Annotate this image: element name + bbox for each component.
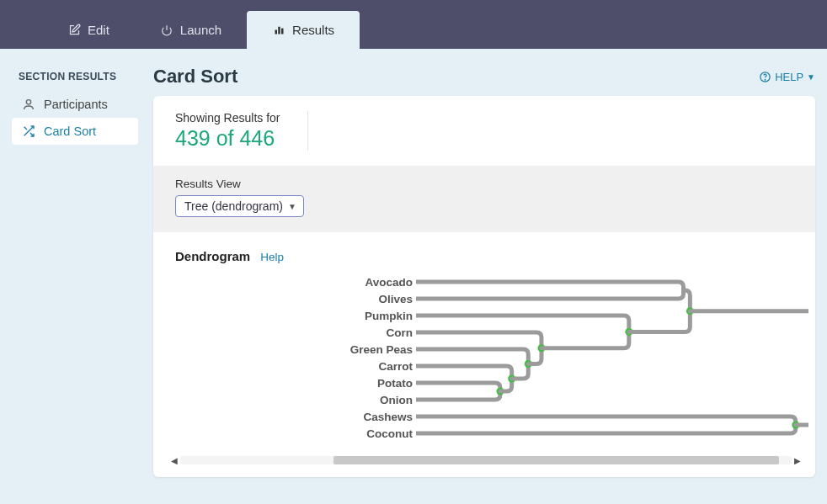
person-icon xyxy=(22,98,35,111)
tab-results[interactable]: Results xyxy=(247,11,360,49)
sidebar-header: SECTION RESULTS xyxy=(12,66,138,91)
showing-results-block: Showing Results for 439 of 446 xyxy=(175,111,308,151)
svg-point-4 xyxy=(26,100,30,104)
svg-rect-2 xyxy=(278,27,280,34)
results-view-select[interactable]: Tree (dendrogram) ▼ xyxy=(175,195,304,217)
horizontal-scrollbar[interactable]: ◀ ▶ xyxy=(168,454,803,467)
sidebar: SECTION RESULTS Participants Card Sort xyxy=(12,66,138,477)
dendrogram-title: Dendrogram xyxy=(175,249,250,263)
scroll-thumb[interactable] xyxy=(333,456,780,464)
dendro-leaf-label: Green Peas xyxy=(350,343,413,356)
dendro-leaf-label: Olives xyxy=(378,293,413,305)
dendro-leaf-label: Carrot xyxy=(378,360,413,373)
power-icon xyxy=(160,24,173,37)
dendro-leaf-label: Avocado xyxy=(365,276,413,289)
scroll-left-arrow[interactable]: ◀ xyxy=(168,456,180,465)
svg-rect-3 xyxy=(281,29,284,34)
caret-down-icon: ▼ xyxy=(807,72,815,82)
results-view-bar: Results View Tree (dendrogram) ▼ xyxy=(153,166,815,232)
results-card: Showing Results for 439 of 446 Results V… xyxy=(153,96,815,477)
showing-results-value: 439 of 446 xyxy=(175,126,280,151)
help-label: HELP xyxy=(775,71,803,83)
dendro-leaf-label: Coconut xyxy=(366,427,413,440)
dendro-leaf-label: Onion xyxy=(380,394,413,406)
help-circle-icon xyxy=(759,71,771,83)
dendrogram-chart: AvocadoOlivesPumpkinCornGreen PeasCarrot… xyxy=(163,273,808,450)
dendro-leaf-label: Cashews xyxy=(363,411,413,423)
dendro-leaf-label: Potato xyxy=(377,377,413,390)
tab-launch[interactable]: Launch xyxy=(135,11,247,49)
scroll-right-arrow[interactable]: ▶ xyxy=(792,456,803,465)
svg-rect-1 xyxy=(275,30,277,34)
tab-results-label: Results xyxy=(292,23,334,37)
dendro-leaf-label: Corn xyxy=(387,326,414,339)
sidebar-item-cardsort[interactable]: Card Sort xyxy=(12,118,138,145)
tab-edit[interactable]: Edit xyxy=(42,11,135,49)
results-view-label: Results View xyxy=(175,178,793,190)
scroll-track[interactable] xyxy=(180,456,792,464)
tab-edit-label: Edit xyxy=(88,23,109,37)
dendrogram-help-link[interactable]: Help xyxy=(260,251,284,263)
help-link[interactable]: HELP ▼ xyxy=(759,71,815,83)
top-tabs: Edit Launch Results xyxy=(0,0,827,49)
sidebar-item-label: Card Sort xyxy=(44,125,96,138)
caret-down-icon: ▼ xyxy=(288,202,296,211)
tab-launch-label: Launch xyxy=(180,23,221,37)
svg-point-6 xyxy=(765,79,766,80)
bar-chart-icon xyxy=(272,24,285,37)
results-view-selected: Tree (dendrogram) xyxy=(184,199,283,213)
edit-icon xyxy=(67,24,81,37)
showing-results-label: Showing Results for xyxy=(175,111,280,125)
shuffle-icon xyxy=(22,125,35,138)
page-title: Card Sort xyxy=(153,66,237,88)
sidebar-item-participants[interactable]: Participants xyxy=(12,91,138,118)
sidebar-item-label: Participants xyxy=(44,98,108,111)
dendro-leaf-label: Pumpkin xyxy=(365,310,413,322)
main-content: Card Sort HELP ▼ Showing Results for 439… xyxy=(153,66,815,477)
